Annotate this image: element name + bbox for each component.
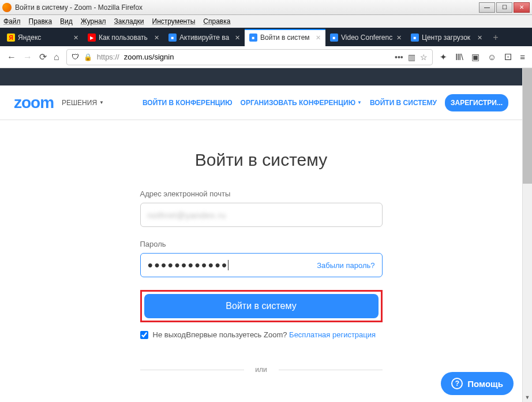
password-value: ●●●●●●●●●●●● bbox=[148, 260, 317, 271]
scrollbar-thumb[interactable] bbox=[523, 68, 532, 184]
vertical-scrollbar[interactable]: ▲ ▼ bbox=[522, 68, 532, 402]
page-heading: Войти в систему bbox=[195, 150, 327, 170]
question-icon: ? bbox=[451, 378, 463, 389]
tab-close-icon[interactable]: ✕ bbox=[396, 34, 402, 42]
zoom-icon: ■ bbox=[168, 34, 177, 42]
chevron-down-icon: ▼ bbox=[99, 100, 104, 105]
address-bar[interactable]: 🛡 🔒 https://zoom.us/signin ••• ▥ ☆ bbox=[66, 49, 433, 65]
tab-zoom-activate[interactable]: ■ Активируйте ва ✕ bbox=[164, 29, 245, 46]
forgot-password-link[interactable]: Забыли пароль? bbox=[317, 261, 374, 270]
url-protocol: https:// bbox=[97, 53, 119, 61]
tab-close-icon[interactable]: ✕ bbox=[316, 34, 321, 42]
zoom-logo[interactable]: zoom bbox=[14, 94, 54, 112]
zoom-icon: ■ bbox=[330, 34, 338, 42]
gift-icon[interactable]: ⚀ bbox=[504, 52, 512, 62]
tab-zoom-signin[interactable]: ■ Войти в систем ✕ bbox=[245, 29, 325, 46]
zoom-navbar: zoom РЕШЕНИЯ▼ ВОЙТИ В КОНФЕРЕНЦИЮ ОРГАНИ… bbox=[0, 85, 522, 120]
new-user-text: Впервые пользуетесь Zoom? Бесплатная рег… bbox=[186, 330, 376, 339]
tab-close-icon[interactable]: ✕ bbox=[235, 34, 240, 42]
divider-or: или bbox=[140, 366, 383, 374]
home-button[interactable]: ⌂ bbox=[54, 52, 59, 62]
stay-logged-in-checkbox[interactable] bbox=[140, 331, 148, 339]
help-button[interactable]: ? Помощь bbox=[441, 372, 514, 395]
tab-zoom-download[interactable]: ■ Центр загрузок ✕ bbox=[406, 29, 487, 46]
tab-label: Активируйте ва bbox=[179, 34, 232, 42]
password-field[interactable]: ●●●●●●●●●●●● Забыли пароль? bbox=[140, 253, 383, 277]
menu-history[interactable]: Журнал bbox=[81, 17, 106, 25]
signin-submit-button[interactable]: Войти в систему bbox=[144, 294, 379, 318]
zoom-icon: ■ bbox=[249, 34, 257, 42]
tab-close-icon[interactable]: ✕ bbox=[477, 34, 482, 42]
youtube-icon: ▶ bbox=[88, 34, 96, 42]
tab-close-icon[interactable]: ✕ bbox=[73, 34, 78, 42]
reader-mode-icon[interactable]: ▥ bbox=[408, 53, 415, 62]
menu-file[interactable]: Файл bbox=[3, 17, 21, 25]
browser-menubar: Файл Правка Вид Журнал Закладки Инструме… bbox=[0, 15, 532, 28]
page-viewport: zoom РЕШЕНИЯ▼ ВОЙТИ В КОНФЕРЕНЦИЮ ОРГАНИ… bbox=[0, 68, 532, 402]
scroll-down-arrow-icon[interactable]: ▼ bbox=[523, 392, 532, 402]
browser-navbar: ← → ⟳ ⌂ 🛡 🔒 https://zoom.us/signin ••• ▥… bbox=[0, 46, 532, 68]
tab-youtube[interactable]: ▶ Как пользовать ✕ bbox=[83, 29, 164, 46]
email-field[interactable]: nothret@yandex.ru bbox=[140, 203, 383, 227]
menu-help[interactable]: Справка bbox=[203, 17, 230, 25]
host-meeting-link[interactable]: ОРГАНИЗОВАТЬ КОНФЕРЕНЦИЮ▼ bbox=[241, 99, 362, 107]
email-value: nothret@yandex.ru bbox=[148, 210, 226, 220]
extensions-icon[interactable]: ✦ bbox=[440, 52, 447, 62]
tab-label: Как пользовать bbox=[99, 34, 151, 42]
window-title: Войти в систему - Zoom - Mozilla Firefox bbox=[15, 3, 479, 12]
menu-bookmarks[interactable]: Закладки bbox=[114, 17, 144, 25]
text-caret bbox=[228, 260, 228, 270]
account-icon[interactable]: ☺ bbox=[488, 52, 496, 62]
menu-hamburger-icon[interactable]: ≡ bbox=[520, 52, 525, 62]
library-icon[interactable]: Ⅲ\ bbox=[455, 52, 463, 62]
url-text: zoom.us/signin bbox=[124, 53, 390, 61]
window-titlebar: Войти в систему - Zoom - Mozilla Firefox… bbox=[0, 0, 532, 15]
firefox-icon bbox=[2, 3, 12, 12]
bookmark-star-icon[interactable]: ☆ bbox=[420, 53, 428, 62]
browser-tabstrip: Я Яндекс ✕ ▶ Как пользовать ✕ ■ Активиру… bbox=[0, 28, 532, 46]
page-actions-icon[interactable]: ••• bbox=[395, 53, 403, 62]
tab-label: Войти в систем bbox=[260, 34, 313, 42]
lock-icon[interactable]: 🔒 bbox=[84, 53, 92, 61]
shield-icon[interactable]: 🛡 bbox=[72, 53, 79, 61]
window-maximize-button[interactable]: ☐ bbox=[496, 2, 512, 13]
tab-zoom-video[interactable]: ■ Video Conferenc ✕ bbox=[325, 29, 406, 46]
password-label: Пароль bbox=[140, 240, 383, 248]
free-register-link[interactable]: Бесплатная регистрация bbox=[289, 330, 376, 339]
reload-button[interactable]: ⟳ bbox=[39, 51, 47, 62]
zoom-icon: ■ bbox=[411, 34, 419, 42]
join-meeting-link[interactable]: ВОЙТИ В КОНФЕРЕНЦИЮ bbox=[143, 99, 233, 107]
email-label: Адрес электронной почты bbox=[140, 189, 383, 198]
menu-view[interactable]: Вид bbox=[60, 17, 73, 25]
yandex-icon: Я bbox=[7, 34, 15, 42]
tab-yandex[interactable]: Я Яндекс ✕ bbox=[2, 29, 83, 46]
signup-button[interactable]: ЗАРЕГИСТРИ... bbox=[445, 94, 508, 111]
chevron-down-icon: ▼ bbox=[357, 100, 362, 105]
back-button[interactable]: ← bbox=[7, 52, 16, 62]
window-minimize-button[interactable]: — bbox=[479, 2, 495, 13]
tab-label: Центр загрузок bbox=[422, 34, 474, 42]
new-tab-button[interactable]: + bbox=[487, 29, 504, 46]
sidebar-icon[interactable]: ▣ bbox=[471, 52, 479, 62]
tab-close-icon[interactable]: ✕ bbox=[154, 34, 159, 42]
zoom-top-banner bbox=[0, 68, 522, 85]
signin-link[interactable]: ВОЙТИ В СИСТЕМУ bbox=[370, 99, 437, 107]
solutions-menu[interactable]: РЕШЕНИЯ▼ bbox=[62, 99, 104, 107]
tab-label: Video Conferenc bbox=[341, 34, 394, 42]
forward-button[interactable]: → bbox=[23, 52, 32, 62]
menu-tools[interactable]: Инструменты bbox=[152, 17, 196, 25]
tab-label: Яндекс bbox=[18, 34, 70, 42]
help-label: Помощь bbox=[467, 379, 503, 389]
menu-edit[interactable]: Правка bbox=[29, 17, 53, 25]
submit-highlight: Войти в систему bbox=[140, 290, 383, 322]
window-close-button[interactable]: ✕ bbox=[514, 2, 530, 13]
